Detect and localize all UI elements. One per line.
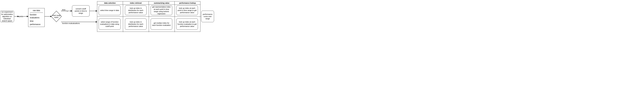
raw-data-table: raw data function evaluations time perfo… [28,8,44,27]
diagram: run experiment for optimization algorith… [0,0,215,33]
select-func-range-box: select range of function evaluations in … [99,18,120,30]
raw-data-row1: function evaluations [30,13,43,19]
yields-label: yields [19,16,23,17]
get-representative-box: get representative index at each point i… [151,6,172,15]
run-experiment-box: run experiment for optimization algorith… [0,11,14,22]
divider-3 [174,5,175,32]
func-eval-label: function evaluatuations [62,22,80,24]
raw-data-row3: performance [30,23,43,26]
run-experiment-label: run experiment for optimization algorith… [1,11,13,22]
diamond-wrap: select range metric [51,11,62,22]
time-label: time [62,9,66,11]
diamond-inner: select range metric [51,11,62,22]
raw-data-title: raw data [30,9,43,13]
lookup-index-bottom-box: look up index in distribution for each p… [125,18,146,30]
select-time-range-box: select time range in data [99,6,120,15]
performance-curve-box: performance curve over range [201,11,214,22]
convert-cutoff-box: convert cutoff points in time to range [72,5,90,16]
data-selection-header: data selection [97,1,123,5]
lookup-perf-top-box: look up index at each point in time rang… [176,6,198,15]
raw-data-row2: time [30,20,43,23]
get-median-box: get median index for each function evalu… [151,18,172,30]
summarizing-value-header: summarizing value [149,1,174,5]
lookup-perf-bottom-box: look up index at each function evaluatio… [176,18,198,30]
divider-2 [149,5,149,32]
performance-lookup-header: performance lookup [174,1,200,5]
lookup-index-top-box: look up index in distribution for each p… [125,6,146,15]
index-retrieval-header: index retrieval [123,1,149,5]
